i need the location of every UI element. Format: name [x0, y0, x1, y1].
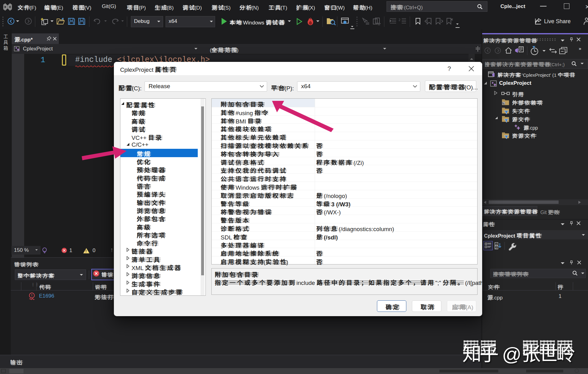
svg-text:A: A [495, 243, 497, 246]
svg-text:2: 2 [399, 18, 400, 22]
svg-text:Z: Z [495, 246, 497, 249]
